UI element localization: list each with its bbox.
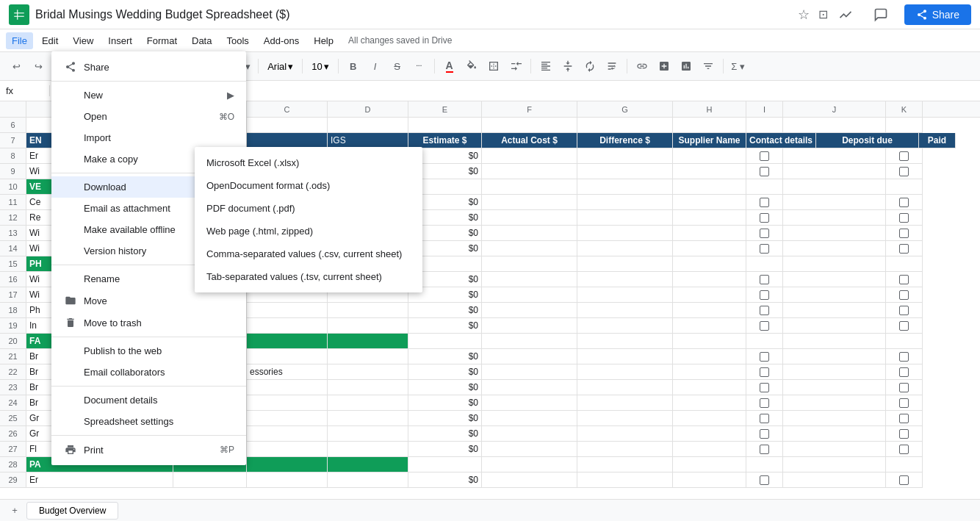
cell-f24[interactable] bbox=[482, 395, 577, 411]
cell-c18[interactable] bbox=[247, 303, 328, 318]
cell-k14[interactable] bbox=[886, 241, 923, 256]
cell-e21[interactable]: $0 bbox=[408, 349, 482, 364]
cell-h18[interactable] bbox=[673, 303, 746, 318]
cell-g19[interactable] bbox=[577, 318, 673, 334]
cell-h22[interactable] bbox=[673, 364, 746, 380]
cell-i9[interactable] bbox=[746, 164, 783, 179]
cell-j11[interactable] bbox=[783, 195, 886, 210]
cell-j20[interactable] bbox=[783, 334, 886, 349]
link-button[interactable] bbox=[632, 56, 652, 76]
cell-f15[interactable] bbox=[482, 256, 577, 272]
comments-icon[interactable] bbox=[869, 3, 893, 26]
menu-addons[interactable]: Add-ons bbox=[258, 32, 305, 49]
cell-c7[interactable] bbox=[247, 133, 328, 148]
cell-f29[interactable] bbox=[482, 473, 577, 488]
cell-k19[interactable] bbox=[886, 318, 923, 334]
cell-d29[interactable] bbox=[328, 473, 408, 488]
cell-e24[interactable]: $0 bbox=[408, 395, 482, 411]
share-button[interactable]: Share bbox=[904, 4, 971, 25]
cell-h17[interactable] bbox=[673, 287, 746, 303]
cell-j14[interactable] bbox=[783, 241, 886, 256]
merge-button[interactable] bbox=[505, 56, 526, 76]
menu-item-new[interactable]: New ▶ bbox=[51, 85, 246, 106]
cell-d23[interactable] bbox=[328, 380, 408, 395]
col-header-k[interactable]: K bbox=[886, 101, 923, 117]
cell-d6[interactable] bbox=[328, 118, 408, 133]
cell-e27[interactable]: $0 bbox=[408, 442, 482, 457]
cell-e19[interactable]: $0 bbox=[408, 318, 482, 334]
cell-h27[interactable] bbox=[673, 442, 746, 457]
cell-g7[interactable]: Difference $ bbox=[577, 133, 673, 148]
cell-c20[interactable] bbox=[247, 334, 328, 349]
cell-i20[interactable] bbox=[746, 334, 783, 349]
cell-h20[interactable] bbox=[673, 334, 746, 349]
cell-j18[interactable] bbox=[783, 303, 886, 318]
cell-j28[interactable] bbox=[783, 457, 886, 473]
cell-i22[interactable] bbox=[746, 364, 783, 380]
cell-e29[interactable]: $0 bbox=[408, 473, 482, 488]
download-xlsx[interactable]: Microsoft Excel (.xlsx) bbox=[195, 151, 422, 174]
cell-f26[interactable] bbox=[482, 426, 577, 442]
borders-button[interactable] bbox=[483, 56, 504, 76]
cell-j6[interactable] bbox=[783, 118, 886, 133]
cell-j15[interactable] bbox=[783, 256, 886, 272]
cell-g8[interactable] bbox=[577, 148, 673, 164]
chart-button[interactable] bbox=[676, 56, 696, 76]
cell-j29[interactable] bbox=[783, 473, 886, 488]
cell-g15[interactable] bbox=[577, 256, 673, 272]
cell-j22[interactable] bbox=[783, 364, 886, 380]
cell-c6[interactable] bbox=[247, 118, 328, 133]
cell-f11[interactable] bbox=[482, 195, 577, 210]
cell-k25[interactable] bbox=[886, 411, 923, 426]
cell-i23[interactable] bbox=[746, 380, 783, 395]
menu-item-ss-settings[interactable]: Spreadsheet settings bbox=[51, 411, 246, 432]
cell-k7[interactable]: Paid bbox=[919, 133, 956, 148]
cell-i27[interactable] bbox=[746, 442, 783, 457]
cell-c21[interactable] bbox=[247, 349, 328, 364]
cell-i10[interactable] bbox=[746, 179, 783, 195]
cell-h26[interactable] bbox=[673, 426, 746, 442]
cell-h11[interactable] bbox=[673, 195, 746, 210]
cell-h10[interactable] bbox=[673, 179, 746, 195]
cell-c29[interactable] bbox=[247, 473, 328, 488]
cell-g17[interactable] bbox=[577, 287, 673, 303]
cell-e7[interactable]: Estimate $ bbox=[408, 133, 482, 148]
cell-g16[interactable] bbox=[577, 272, 673, 287]
cell-f6[interactable] bbox=[482, 118, 577, 133]
cell-f22[interactable] bbox=[482, 364, 577, 380]
cell-f17[interactable] bbox=[482, 287, 577, 303]
cell-k16[interactable] bbox=[886, 272, 923, 287]
cell-g12[interactable] bbox=[577, 210, 673, 226]
cell-j13[interactable] bbox=[783, 226, 886, 241]
cell-i28[interactable] bbox=[746, 457, 783, 473]
menu-item-move[interactable]: Move bbox=[51, 290, 246, 312]
cell-d18[interactable] bbox=[328, 303, 408, 318]
valign-button[interactable] bbox=[558, 56, 578, 76]
cell-k17[interactable] bbox=[886, 287, 923, 303]
cell-d22[interactable] bbox=[328, 364, 408, 380]
cell-e26[interactable]: $0 bbox=[408, 426, 482, 442]
cell-i26[interactable] bbox=[746, 426, 783, 442]
star-icon[interactable]: ☆ bbox=[798, 7, 810, 23]
font-selector[interactable]: Arial ▾ bbox=[263, 56, 298, 76]
cell-j27[interactable] bbox=[783, 442, 886, 457]
cell-h24[interactable] bbox=[673, 395, 746, 411]
cell-c22[interactable]: essories bbox=[247, 364, 328, 380]
cell-k27[interactable] bbox=[886, 442, 923, 457]
cell-i8[interactable] bbox=[746, 148, 783, 164]
cell-j17[interactable] bbox=[783, 287, 886, 303]
cell-d20[interactable] bbox=[328, 334, 408, 349]
cell-g10[interactable] bbox=[577, 179, 673, 195]
cell-i29[interactable] bbox=[746, 473, 783, 488]
cell-k15[interactable] bbox=[886, 256, 923, 272]
cell-k6[interactable] bbox=[886, 118, 923, 133]
cell-k22[interactable] bbox=[886, 364, 923, 380]
download-csv[interactable]: Comma-separated values (.csv, current sh… bbox=[195, 242, 422, 265]
cell-c25[interactable] bbox=[247, 411, 328, 426]
cell-h19[interactable] bbox=[673, 318, 746, 334]
cell-f10[interactable] bbox=[482, 179, 577, 195]
cell-j9[interactable] bbox=[783, 164, 886, 179]
col-header-e[interactable]: E bbox=[408, 101, 482, 117]
cell-d24[interactable] bbox=[328, 395, 408, 411]
menu-item-share[interactable]: Share bbox=[51, 56, 246, 78]
